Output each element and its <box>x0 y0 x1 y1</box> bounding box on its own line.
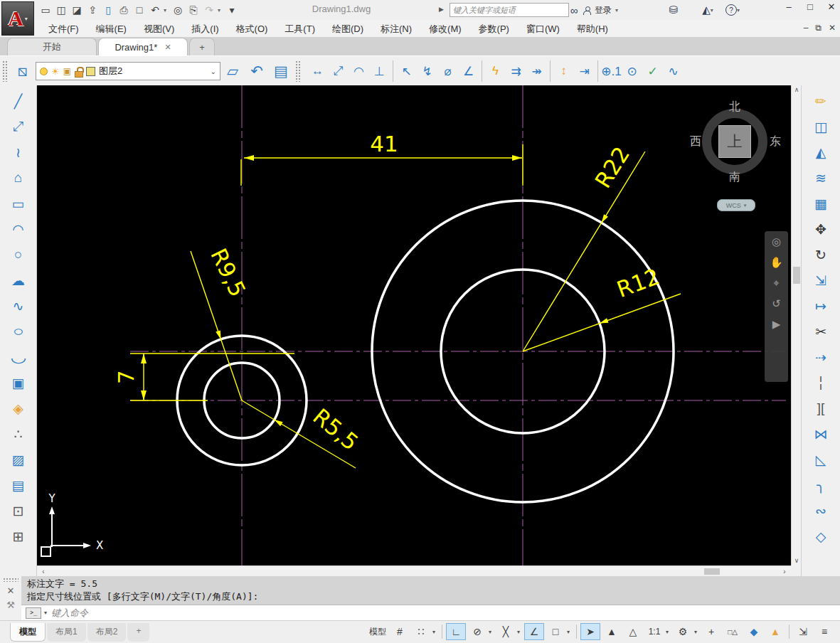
erase-icon[interactable]: ✏ <box>809 88 833 114</box>
array-icon[interactable]: ▦ <box>809 191 833 216</box>
line-icon[interactable]: ╱ <box>6 88 31 114</box>
menu-dimension[interactable]: 标注(N) <box>372 20 420 37</box>
wcs-button[interactable]: WCS▾ <box>717 199 755 211</box>
diameter-dimension-icon[interactable]: ⌀ <box>437 60 458 83</box>
angular-dimension-icon[interactable]: ∠ <box>458 60 479 83</box>
dimension-space-icon[interactable]: ↕ <box>553 60 574 83</box>
layer-dropdown-chevron-icon[interactable]: ⌄ <box>211 68 216 75</box>
explode-icon[interactable]: ◇ <box>809 524 833 549</box>
clean-screen-icon[interactable]: ⇲ <box>793 623 813 640</box>
layer-dropdown[interactable]: ☀ ▣ 图层2 ⌄ <box>36 62 220 80</box>
object-snap-icon[interactable]: □ <box>546 623 565 640</box>
menu-parametric[interactable]: 参数(P) <box>470 20 518 37</box>
command-grip[interactable] <box>3 578 18 582</box>
offset-icon[interactable]: ≋ <box>809 165 833 191</box>
jogged-dimension-icon[interactable]: ↯ <box>417 60 437 83</box>
search-input[interactable] <box>450 3 569 17</box>
quick-dimension-icon[interactable]: ϟ <box>485 60 506 83</box>
arc-length-dimension-icon[interactable]: ◠ <box>349 60 369 83</box>
ucs-icon[interactable]: Y X <box>41 492 103 556</box>
layer-previous-icon[interactable]: ↶ <box>245 59 269 83</box>
doc-close-button[interactable]: ✕ <box>829 23 836 33</box>
trim-icon[interactable]: ✂ <box>809 319 833 344</box>
region-icon[interactable]: ⊡ <box>6 498 31 524</box>
tab-close-icon[interactable]: ✕ <box>164 43 171 52</box>
continue-dimension-icon[interactable]: ↠ <box>526 60 547 83</box>
annotation-scale-dropdown-icon[interactable]: ▾ <box>666 629 671 635</box>
doc-restore-button[interactable]: ⧉ <box>815 23 822 33</box>
polar-tracking-icon[interactable]: ⊘ <box>467 623 487 640</box>
menu-edit[interactable]: 编辑(E) <box>87 20 135 37</box>
revision-cloud-icon[interactable]: ☁ <box>6 267 31 293</box>
isolate-objects-icon[interactable]: □△ <box>723 623 743 640</box>
customization-menu-icon[interactable]: ≡ <box>814 623 834 640</box>
chamfer-icon[interactable]: ◺ <box>809 447 833 472</box>
app-store-cart-icon[interactable]: ⛁ <box>666 2 681 18</box>
menu-file[interactable]: 文件(F) <box>40 20 87 37</box>
print-icon[interactable]: ⎙ <box>117 3 131 17</box>
preview-icon[interactable]: ◎ <box>171 3 185 17</box>
mirror-icon[interactable]: ◭ <box>809 139 833 165</box>
new-sheet-icon[interactable]: □ <box>132 3 147 17</box>
menu-insert[interactable]: 插入(I) <box>183 20 227 37</box>
minimize-button[interactable]: – <box>783 1 794 12</box>
extend-icon[interactable]: ⇢ <box>809 344 833 370</box>
menu-tools[interactable]: 工具(T) <box>276 20 324 37</box>
layout-tab-model[interactable]: 模型 <box>10 623 46 642</box>
command-prompt-icon[interactable]: >_ <box>26 607 41 619</box>
doc-minimize-button[interactable]: – <box>804 23 809 33</box>
steering-wheel-icon[interactable]: ◎ <box>772 235 781 250</box>
horizontal-scroll-thumb[interactable] <box>704 568 720 575</box>
baseline-dimension-icon[interactable]: ⇉ <box>506 60 526 83</box>
workspace-switching-dropdown-icon[interactable]: ▾ <box>694 629 700 635</box>
save-as-icon[interactable]: ◪ <box>70 3 84 17</box>
table-icon[interactable]: ⊞ <box>6 524 31 549</box>
scroll-down-icon[interactable]: ∨ <box>792 556 802 565</box>
scale-icon[interactable]: ⇲ <box>809 267 833 293</box>
layer-translate-icon[interactable]: ⧅ <box>10 59 36 83</box>
command-close-icon[interactable]: ✕ <box>7 585 15 596</box>
pan-icon[interactable]: ✋ <box>770 256 783 270</box>
undo-dropdown-icon[interactable]: ▾ <box>164 7 169 14</box>
workspace-switching-icon[interactable]: ⚙ <box>673 623 693 640</box>
attach-icon[interactable]: ⎘ <box>186 3 201 17</box>
layer-properties-icon[interactable]: ▤ <box>269 59 293 83</box>
signin-button[interactable]: 登录 ▾ <box>583 4 618 16</box>
dimension-break-icon[interactable]: ⇥ <box>574 60 595 83</box>
3d-object-snap-icon[interactable]: ▲ <box>602 623 622 640</box>
close-button[interactable]: ✕ <box>826 1 837 12</box>
menu-modify[interactable]: 修改(M) <box>420 20 470 37</box>
annotation-visibility-icon[interactable]: + <box>701 623 721 640</box>
blend-curves-icon[interactable]: ∾ <box>809 498 833 524</box>
drawing-area[interactable]: 41 7 R22 R12 <box>37 85 791 565</box>
polar-tracking-dropdown-icon[interactable]: ▾ <box>489 629 494 635</box>
open-icon[interactable]: ▭ <box>38 3 53 17</box>
annotation-scale-label[interactable]: 1:1 <box>644 623 664 640</box>
export-icon[interactable]: ⇪ <box>85 3 100 17</box>
dimension-inspect-icon[interactable]: ✓ <box>642 60 663 83</box>
selection-cycling-icon[interactable]: ➤ <box>580 623 600 640</box>
insert-block-icon[interactable]: ▣ <box>6 370 31 395</box>
snap-mode-dropdown-icon[interactable]: ▾ <box>432 629 438 635</box>
toolbar-grip[interactable] <box>295 60 301 82</box>
stretch-icon[interactable]: ↦ <box>809 293 833 319</box>
command-input[interactable] <box>50 607 840 619</box>
qat-overflow-icon[interactable]: ▾ <box>225 3 239 17</box>
command-prompt-dropdown-icon[interactable]: ▾ <box>44 610 47 616</box>
copy-icon[interactable]: ◫ <box>809 114 833 139</box>
toolbar-grip[interactable] <box>2 60 8 82</box>
polyline-icon[interactable]: ≀ <box>6 139 31 165</box>
viewcube-west[interactable]: 西 <box>690 134 701 149</box>
point-icon[interactable]: ∴ <box>6 421 31 447</box>
viewcube[interactable]: 北 南 西 东 上 <box>696 102 774 181</box>
publish-mobile-icon[interactable]: ▯ <box>101 3 115 17</box>
scroll-right-icon[interactable]: › <box>780 567 790 576</box>
vertical-scrollbar[interactable]: ∧ ∨ <box>791 85 802 565</box>
rectangle-icon[interactable]: ▭ <box>6 191 31 216</box>
make-block-icon[interactable]: ◈ <box>6 395 31 421</box>
graphics-performance-icon[interactable]: ◆ <box>744 623 764 640</box>
object-snap-dropdown-icon[interactable]: ▾ <box>567 629 573 635</box>
vertical-scroll-thumb[interactable] <box>793 267 800 284</box>
menu-window[interactable]: 窗口(W) <box>518 20 568 37</box>
redo-dropdown-icon[interactable]: ▾ <box>218 7 223 14</box>
